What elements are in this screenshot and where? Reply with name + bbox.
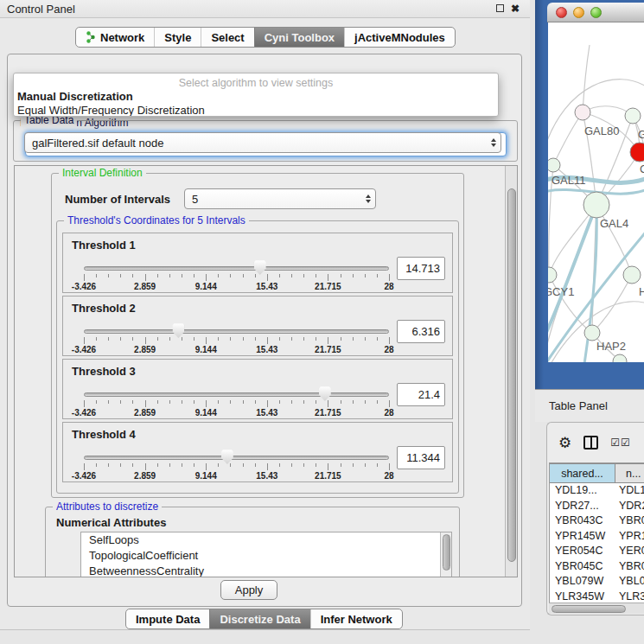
network-edge[interactable] — [592, 275, 632, 333]
tab-cyni-toolbox[interactable]: Cyni Toolbox — [254, 28, 344, 47]
slider-thumb[interactable] — [318, 386, 331, 401]
mac-close-button[interactable] — [556, 7, 567, 18]
tick-mark — [84, 463, 85, 470]
network-node[interactable] — [623, 266, 641, 284]
settings-scroll-panel: Interval Definition Number of Intervals … — [14, 165, 518, 577]
scrollbar-thumb[interactable] — [552, 605, 626, 613]
table-row[interactable]: YDL19...YDL1 — [550, 483, 644, 499]
network-node[interactable] — [613, 354, 627, 362]
table-row[interactable]: YDR27...YDR2 — [550, 499, 644, 514]
list-item[interactable]: TopologicalCoefficient — [81, 548, 451, 564]
scrollbar-thumb[interactable] — [443, 534, 450, 571]
list-item[interactable]: BetweennessCentrality — [81, 564, 451, 577]
column-header-shared-name[interactable]: shared... — [550, 463, 615, 483]
slider-thumb[interactable] — [172, 323, 185, 338]
slider-thumb[interactable] — [253, 260, 266, 275]
split-columns-icon[interactable] — [583, 436, 598, 450]
tick-mark — [279, 337, 280, 341]
tick-mark — [96, 337, 97, 341]
select-columns-icon[interactable]: ☑☑ — [610, 437, 631, 448]
tab-style[interactable]: Style — [154, 28, 201, 47]
mac-minimize-button[interactable] — [573, 7, 584, 18]
cell-shared-name: YPR145W — [550, 529, 615, 545]
slider-ticks — [84, 337, 389, 344]
tick-mark — [84, 274, 85, 281]
tick-mark — [255, 400, 256, 404]
dropdown-option-equal-width-frequency[interactable]: Equal Width/Frequency Discretization — [14, 104, 498, 117]
number-of-intervals-select[interactable]: 5 — [184, 188, 376, 209]
network-window-titlebar[interactable] — [547, 3, 644, 22]
tick-label: 28 — [384, 471, 393, 481]
attributes-section-title: Attributes to discretize — [53, 501, 162, 513]
gear-icon[interactable]: ⚙ — [558, 436, 571, 450]
tab-infer-network[interactable]: Infer Network — [310, 609, 402, 628]
network-node[interactable] — [548, 267, 557, 283]
tab-network[interactable]: Network — [76, 28, 154, 47]
tick-label: 2.859 — [134, 471, 156, 481]
tick-mark — [182, 337, 182, 341]
network-node[interactable] — [548, 158, 560, 172]
network-node[interactable] — [625, 108, 641, 124]
threshold-row: Threshold 2-3.4262.8599.14415.4321.71528… — [62, 296, 453, 356]
settings-vertical-scrollbar[interactable] — [505, 166, 517, 577]
network-edge[interactable] — [549, 275, 592, 333]
list-item[interactable]: SelfLoops — [81, 532, 451, 548]
table-row[interactable]: YPR145WYPR1 — [550, 529, 644, 545]
network-node[interactable] — [583, 192, 609, 218]
apply-button[interactable]: Apply — [220, 580, 277, 600]
tick-label: 9.144 — [195, 282, 217, 291]
scrollbar-thumb[interactable] — [507, 188, 516, 562]
network-edge[interactable] — [583, 45, 590, 112]
threshold-rows: Threshold 1-3.4262.8599.14415.4321.71528… — [62, 233, 453, 485]
table-row[interactable]: YBL079WYBL0 — [550, 574, 644, 590]
tick-mark — [218, 274, 219, 277]
threshold-value-field[interactable]: 14.713 — [397, 257, 445, 280]
threshold-row: Threshold 3-3.4262.8599.14415.4321.71528… — [62, 359, 453, 419]
slider-track[interactable] — [84, 266, 389, 271]
dropdown-option-manual-discretization[interactable]: Manual Discretization — [14, 90, 498, 104]
network-node-label: H — [639, 285, 644, 298]
column-header-name[interactable]: n... — [615, 463, 644, 483]
close-icon[interactable]: ✖ — [507, 3, 523, 15]
tab-discretize-data[interactable]: Discretize Data — [209, 609, 309, 628]
slider-track[interactable] — [84, 456, 389, 460]
network-node[interactable] — [575, 105, 590, 120]
tab-select[interactable]: Select — [201, 28, 253, 47]
network-canvas[interactable]: GAL80GALCGAL11GAL4GCY1HHAP2 — [548, 22, 644, 362]
bottom-tab-bar: Impute Data Discretize Data Infer Networ… — [125, 609, 403, 629]
dropdown-placeholder-option[interactable]: Select algorithm to view settings — [14, 76, 498, 90]
slider-ticks — [84, 400, 389, 407]
table-row[interactable]: YBR043CYBR0 — [550, 513, 644, 529]
tab-jactivemnodules[interactable]: jActiveMNodules — [344, 28, 455, 47]
tick-mark — [341, 337, 341, 341]
table-horizontal-scrollbar[interactable] — [549, 603, 644, 614]
table-row[interactable]: YBR045CYBR0 — [550, 559, 644, 575]
slider-track[interactable] — [84, 329, 389, 334]
network-node[interactable] — [630, 143, 644, 162]
slider-track[interactable] — [84, 392, 389, 397]
thresholds-section-title: Threshold's Coordinates for 5 Intervals — [64, 214, 249, 226]
cell-name: YBR0 — [615, 513, 644, 529]
tick-mark — [218, 337, 219, 341]
slider-thumb[interactable] — [220, 450, 233, 464]
tab-impute-data[interactable]: Impute Data — [126, 609, 209, 628]
tick-mark — [194, 463, 194, 467]
tick-mark — [316, 337, 316, 341]
table-data-select[interactable]: galFiltered.sif default node — [24, 132, 501, 153]
table-row[interactable]: YER054CYER0 — [550, 544, 644, 559]
tick-mark — [353, 400, 354, 404]
table-row[interactable]: YLR345WYLR3 — [550, 590, 644, 603]
network-node[interactable] — [584, 325, 600, 341]
mac-zoom-button[interactable] — [590, 7, 602, 18]
tick-mark — [206, 463, 207, 470]
threshold-value-field[interactable]: 21.4 — [397, 383, 445, 406]
thresholds-section: Threshold's Coordinates for 5 Intervals … — [56, 220, 459, 494]
threshold-value-field[interactable]: 11.344 — [397, 446, 445, 469]
float-window-icon[interactable] — [492, 3, 507, 15]
cell-name: YBR0 — [615, 559, 644, 575]
network-node-label: GCY1 — [548, 285, 574, 298]
numerical-attributes-list[interactable]: SelfLoopsTopologicalCoefficientBetweenne… — [80, 532, 452, 577]
threshold-value-field[interactable]: 6.316 — [397, 320, 445, 343]
attributes-list-scrollbar[interactable] — [440, 532, 451, 577]
tick-mark — [230, 274, 231, 277]
